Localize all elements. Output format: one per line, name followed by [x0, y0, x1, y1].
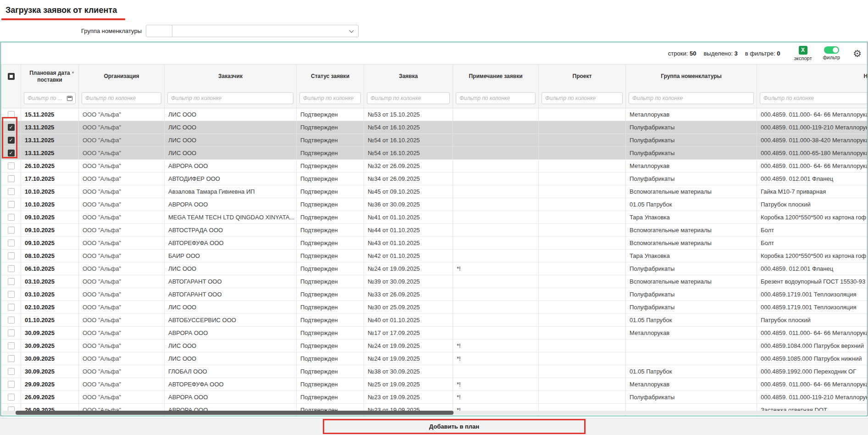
- group-select[interactable]: [172, 25, 359, 37]
- cell-status: Подтвержден: [297, 352, 364, 365]
- row-select-cell: [1, 365, 21, 378]
- cell-customer: ЛИС ООО: [165, 147, 297, 160]
- horizontal-scrollbar[interactable]: [2, 411, 866, 415]
- table-row[interactable]: 01.10.2025ООО "Альфа"АВТОБУССЕРВИС ОООПо…: [1, 314, 868, 327]
- column-header-group[interactable]: Группа номенклатуры: [626, 65, 757, 89]
- cell-org: ООО "Альфа": [79, 352, 165, 365]
- cell-group: Металлорукав: [626, 160, 757, 173]
- table-row[interactable]: 30.09.2025ООО "Альфа"ЛИС ОООПодтвержден№…: [1, 352, 868, 365]
- filter-input-org[interactable]: [82, 92, 161, 104]
- cell-project: [539, 391, 626, 404]
- row-checkbox[interactable]: [8, 227, 15, 234]
- column-label: Заявка: [399, 73, 418, 79]
- row-checkbox[interactable]: [8, 252, 15, 259]
- gear-icon[interactable]: ⚙: [853, 49, 862, 58]
- export-button[interactable]: X экспорт: [794, 46, 812, 61]
- column-header-customer[interactable]: Заказчик: [165, 65, 297, 89]
- column-header-request[interactable]: Заявка: [364, 65, 453, 89]
- row-checkbox[interactable]: [8, 291, 15, 298]
- table-row[interactable]: 29.09.2025ООО "Альфа"АВТОРЕФУФА ОООПодтв…: [1, 378, 868, 391]
- row-checkbox[interactable]: ✓: [8, 150, 15, 156]
- table-row[interactable]: 09.10.2025ООО "Альфа"АВТОСТРАДА ОООПодтв…: [1, 224, 868, 237]
- cell-date: 09.10.2025: [21, 224, 79, 237]
- filter-input-project[interactable]: [542, 92, 623, 104]
- row-select-cell: [1, 237, 21, 250]
- cell-nomenclature: 000.4859.1084.000 Патрубок верхний: [757, 340, 868, 352]
- horizontal-scrollbar-thumb[interactable]: [16, 411, 453, 415]
- column-label: Статус заявки: [311, 73, 349, 79]
- row-checkbox[interactable]: [8, 201, 15, 208]
- filter-input-customer[interactable]: [167, 92, 293, 104]
- table-row[interactable]: 10.10.2025ООО "Альфа"Авзалова Тамара Гив…: [1, 185, 868, 198]
- row-checkbox[interactable]: [8, 329, 15, 336]
- table-row[interactable]: 03.10.2025ООО "Альфа"АВТОГАРАНТ ОООПодтв…: [1, 288, 868, 301]
- table-row[interactable]: 09.10.2025ООО "Альфа"MEGA TEAM TECH LTD …: [1, 211, 868, 224]
- table-row[interactable]: 03.10.2025ООО "Альфа"АВТОГАРАНТ ОООПодтв…: [1, 275, 868, 288]
- cell-org: ООО "Альфа": [79, 391, 165, 404]
- requests-table: Плановая дата поставки▼ОрганизацияЗаказч…: [1, 64, 867, 416]
- row-checkbox[interactable]: [8, 342, 15, 349]
- table-row[interactable]: 26.09.2025ООО "Альфа"АВРОРА ОООПодтвержд…: [1, 391, 868, 404]
- table-row[interactable]: ✓13.11.2025ООО "Альфа"ЛИС ОООПодтвержден…: [1, 134, 868, 147]
- column-header-note[interactable]: Примечание заявки: [453, 65, 539, 89]
- table-row[interactable]: 02.10.2025ООО "Альфа"ЛИС ОООПодтвержден№…: [1, 301, 868, 314]
- cell-note: *!: [453, 391, 539, 404]
- row-checkbox[interactable]: ✓: [8, 137, 15, 144]
- cell-status: Подтвержден: [297, 314, 364, 327]
- filter-input-request[interactable]: [367, 92, 450, 104]
- select-all-checkbox[interactable]: [8, 73, 15, 80]
- filter-input-note[interactable]: [456, 92, 536, 104]
- column-header-date[interactable]: Плановая дата поставки▼: [21, 65, 79, 89]
- row-checkbox[interactable]: [8, 304, 15, 311]
- cell-note: [453, 250, 539, 262]
- cell-group: Тара Упаковка: [626, 250, 757, 262]
- filter-toggle-switch[interactable]: [824, 46, 839, 54]
- row-checkbox[interactable]: [8, 278, 15, 285]
- cell-group: [626, 352, 757, 365]
- row-checkbox[interactable]: [8, 111, 15, 118]
- table-row[interactable]: 09.10.2025ООО "Альфа"АВТОРЕФУФА ОООПодтв…: [1, 237, 868, 250]
- row-checkbox[interactable]: [8, 394, 15, 401]
- table-row[interactable]: ✓13.11.2025ООО "Альфа"ЛИС ОООПодтвержден…: [1, 147, 868, 160]
- row-checkbox[interactable]: [8, 188, 15, 195]
- filter-input-group[interactable]: [629, 92, 754, 104]
- table-row[interactable]: 30.09.2025ООО "Альфа"ГЛОБАЛ ОООПодтвержд…: [1, 365, 868, 378]
- row-checkbox[interactable]: [8, 265, 15, 272]
- cell-group: Полуфабрикаты: [626, 147, 757, 160]
- filter-input-nomenclature[interactable]: [760, 92, 867, 104]
- row-checkbox[interactable]: [8, 317, 15, 323]
- row-checkbox[interactable]: [8, 162, 15, 169]
- cell-project: [539, 275, 626, 288]
- filter-input-status[interactable]: [299, 92, 361, 104]
- cell-note: [453, 121, 539, 134]
- table-row[interactable]: ✓13.11.2025ООО "Альфа"ЛИС ОООПодтвержден…: [1, 121, 868, 134]
- column-header-status[interactable]: Статус заявки: [297, 65, 364, 89]
- row-checkbox[interactable]: ✓: [8, 124, 15, 131]
- cell-project: [539, 108, 626, 121]
- cell-request: №17 от 17.09.2025: [364, 327, 453, 340]
- add-to-plan-button[interactable]: Добавить в план: [323, 419, 586, 434]
- column-header-project[interactable]: Проект: [539, 65, 626, 89]
- row-checkbox[interactable]: [8, 214, 15, 221]
- table-row[interactable]: 06.10.2025ООО "Альфа"ЛИС ОООПодтвержден№…: [1, 262, 868, 275]
- cell-note: [453, 134, 539, 147]
- table-row[interactable]: 08.10.2025ООО "Альфа"БАИР ОООПодтвержден…: [1, 250, 868, 262]
- group-code-input[interactable]: [146, 25, 172, 37]
- column-header-nomenclature[interactable]: Номенклатура: [757, 65, 868, 89]
- cell-group: [626, 340, 757, 352]
- table-row[interactable]: 26.10.2025ООО "Альфа"АВРОРА ОООПодтвержд…: [1, 160, 868, 173]
- row-checkbox[interactable]: [8, 381, 15, 388]
- row-checkbox[interactable]: [8, 175, 15, 182]
- row-checkbox[interactable]: [8, 240, 15, 246]
- table-row[interactable]: 17.10.2025ООО "Альфа"АВТОДИФЕР ОООПодтве…: [1, 173, 868, 185]
- calendar-icon[interactable]: [67, 96, 72, 101]
- column-header-org[interactable]: Организация: [79, 65, 165, 89]
- cell-request: №54 от 16.10.2025: [364, 147, 453, 160]
- table-row[interactable]: 30.09.2025ООО "Альфа"АВРОРА ОООПодтвержд…: [1, 327, 868, 340]
- filter-toggle[interactable]: фильтр: [823, 46, 840, 60]
- row-checkbox[interactable]: [8, 355, 15, 362]
- table-row[interactable]: 10.10.2025ООО "Альфа"АВРОРА ОООПодтвержд…: [1, 198, 868, 211]
- table-row[interactable]: 30.09.2025ООО "Альфа"ЛИС ОООПодтвержден№…: [1, 340, 868, 352]
- row-checkbox[interactable]: [8, 368, 15, 375]
- table-row[interactable]: 15.11.2025ООО "Альфа"ЛИС ОООПодтвержден№…: [1, 108, 868, 121]
